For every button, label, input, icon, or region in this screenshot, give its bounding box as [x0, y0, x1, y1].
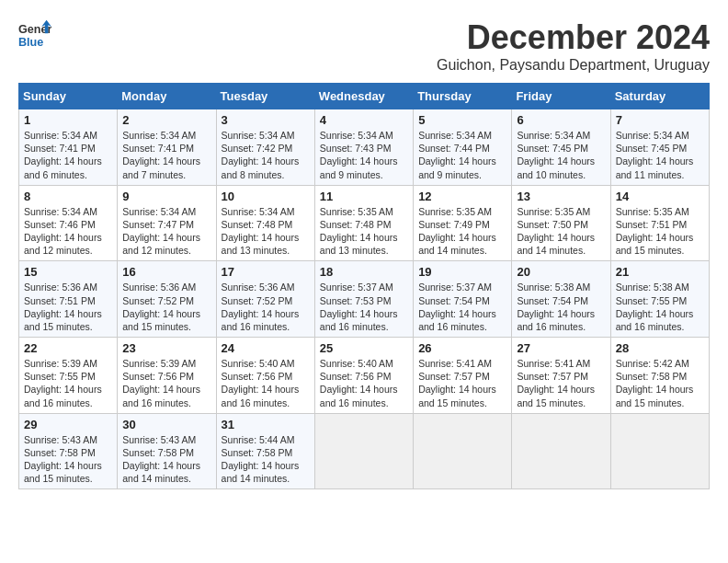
calendar-cell: 6 Sunrise: 5:34 AM Sunset: 7:45 PM Dayli… — [512, 109, 610, 186]
calendar-cell: 4 Sunrise: 5:34 AM Sunset: 7:43 PM Dayli… — [314, 109, 413, 186]
calendar-cell: 13 Sunrise: 5:35 AM Sunset: 7:50 PM Dayl… — [512, 185, 610, 261]
calendar-cell: 7 Sunrise: 5:34 AM Sunset: 7:45 PM Dayli… — [610, 109, 709, 186]
day-number: 28 — [616, 341, 704, 355]
day-info: Sunrise: 5:43 AM Sunset: 7:58 PM Dayligh… — [24, 433, 112, 486]
day-number: 1 — [24, 113, 112, 127]
calendar-cell — [314, 413, 413, 489]
day-info: Sunrise: 5:34 AM Sunset: 7:41 PM Dayligh… — [122, 129, 210, 181]
day-number: 20 — [517, 265, 605, 279]
day-info: Sunrise: 5:37 AM Sunset: 7:53 PM Dayligh… — [320, 281, 408, 333]
day-number: 10 — [222, 190, 310, 203]
calendar-cell: 21 Sunrise: 5:38 AM Sunset: 7:55 PM Dayl… — [610, 261, 709, 338]
logo: General Blue — [18, 18, 51, 52]
day-number: 6 — [517, 113, 605, 127]
day-number: 12 — [418, 190, 506, 203]
calendar-cell: 5 Sunrise: 5:34 AM Sunset: 7:44 PM Dayli… — [414, 109, 512, 186]
title-section: December 2024 Guichon, Paysandu Departme… — [437, 18, 710, 74]
day-info: Sunrise: 5:43 AM Sunset: 7:58 PM Dayligh… — [122, 433, 210, 486]
day-info: Sunrise: 5:41 AM Sunset: 7:57 PM Dayligh… — [517, 357, 605, 409]
header-friday: Friday — [512, 84, 610, 109]
day-number: 19 — [418, 265, 506, 279]
header-tuesday: Tuesday — [216, 84, 314, 109]
calendar-row: 15 Sunrise: 5:36 AM Sunset: 7:51 PM Dayl… — [19, 261, 710, 338]
day-number: 3 — [222, 113, 310, 127]
calendar-row: 8 Sunrise: 5:34 AM Sunset: 7:46 PM Dayli… — [19, 185, 710, 261]
calendar-cell: 2 Sunrise: 5:34 AM Sunset: 7:41 PM Dayli… — [118, 109, 216, 186]
day-info: Sunrise: 5:44 AM Sunset: 7:58 PM Dayligh… — [222, 433, 310, 486]
calendar-cell: 14 Sunrise: 5:35 AM Sunset: 7:51 PM Dayl… — [610, 185, 709, 261]
day-info: Sunrise: 5:34 AM Sunset: 7:45 PM Dayligh… — [517, 129, 605, 181]
day-number: 14 — [616, 190, 704, 203]
day-info: Sunrise: 5:40 AM Sunset: 7:56 PM Dayligh… — [320, 357, 408, 409]
day-number: 26 — [418, 341, 506, 355]
logo-icon: General Blue — [18, 18, 51, 52]
day-number: 4 — [320, 113, 408, 127]
day-info: Sunrise: 5:39 AM Sunset: 7:56 PM Dayligh… — [122, 357, 210, 409]
day-number: 9 — [122, 190, 210, 203]
day-info: Sunrise: 5:35 AM Sunset: 7:49 PM Dayligh… — [418, 205, 506, 258]
day-number: 16 — [122, 265, 210, 279]
day-number: 7 — [616, 113, 704, 127]
day-info: Sunrise: 5:36 AM Sunset: 7:52 PM Dayligh… — [122, 281, 210, 333]
day-number: 17 — [222, 265, 310, 279]
day-info: Sunrise: 5:34 AM Sunset: 7:41 PM Dayligh… — [24, 129, 112, 181]
day-number: 2 — [122, 113, 210, 127]
day-number: 24 — [222, 341, 310, 355]
header-wednesday: Wednesday — [314, 84, 413, 109]
calendar-cell: 19 Sunrise: 5:37 AM Sunset: 7:54 PM Dayl… — [414, 261, 512, 338]
day-number: 23 — [122, 341, 210, 355]
day-number: 27 — [517, 341, 605, 355]
day-info: Sunrise: 5:39 AM Sunset: 7:55 PM Dayligh… — [24, 357, 112, 409]
day-info: Sunrise: 5:34 AM Sunset: 7:43 PM Dayligh… — [320, 129, 408, 181]
day-info: Sunrise: 5:34 AM Sunset: 7:47 PM Dayligh… — [122, 205, 210, 258]
calendar-cell — [610, 413, 709, 489]
svg-text:Blue: Blue — [18, 36, 43, 49]
calendar-cell: 25 Sunrise: 5:40 AM Sunset: 7:56 PM Dayl… — [314, 338, 413, 414]
day-info: Sunrise: 5:35 AM Sunset: 7:48 PM Dayligh… — [320, 205, 408, 258]
calendar-cell: 20 Sunrise: 5:38 AM Sunset: 7:54 PM Dayl… — [512, 261, 610, 338]
day-info: Sunrise: 5:35 AM Sunset: 7:50 PM Dayligh… — [517, 205, 605, 258]
calendar-cell: 11 Sunrise: 5:35 AM Sunset: 7:48 PM Dayl… — [314, 185, 413, 261]
calendar-cell: 15 Sunrise: 5:36 AM Sunset: 7:51 PM Dayl… — [19, 261, 118, 338]
day-info: Sunrise: 5:35 AM Sunset: 7:51 PM Dayligh… — [616, 205, 704, 258]
day-info: Sunrise: 5:38 AM Sunset: 7:54 PM Dayligh… — [517, 281, 605, 333]
calendar-cell: 27 Sunrise: 5:41 AM Sunset: 7:57 PM Dayl… — [512, 338, 610, 414]
day-number: 11 — [320, 190, 408, 203]
day-number: 31 — [222, 418, 310, 431]
location-subtitle: Guichon, Paysandu Department, Uruguay — [437, 57, 710, 74]
header-sunday: Sunday — [19, 84, 118, 109]
header-saturday: Saturday — [610, 84, 709, 109]
calendar-cell: 30 Sunrise: 5:43 AM Sunset: 7:58 PM Dayl… — [118, 413, 216, 489]
calendar-header-row: Sunday Monday Tuesday Wednesday Thursday… — [19, 84, 710, 109]
header-monday: Monday — [118, 84, 216, 109]
day-number: 21 — [616, 265, 704, 279]
calendar-cell: 9 Sunrise: 5:34 AM Sunset: 7:47 PM Dayli… — [118, 185, 216, 261]
calendar-cell — [512, 413, 610, 489]
day-info: Sunrise: 5:42 AM Sunset: 7:58 PM Dayligh… — [616, 357, 704, 409]
day-info: Sunrise: 5:34 AM Sunset: 7:44 PM Dayligh… — [418, 129, 506, 181]
calendar-cell: 28 Sunrise: 5:42 AM Sunset: 7:58 PM Dayl… — [610, 338, 709, 414]
calendar-row: 22 Sunrise: 5:39 AM Sunset: 7:55 PM Dayl… — [19, 338, 710, 414]
calendar-cell: 24 Sunrise: 5:40 AM Sunset: 7:56 PM Dayl… — [216, 338, 314, 414]
calendar-cell: 23 Sunrise: 5:39 AM Sunset: 7:56 PM Dayl… — [118, 338, 216, 414]
calendar-cell: 22 Sunrise: 5:39 AM Sunset: 7:55 PM Dayl… — [19, 338, 118, 414]
page-header: General Blue December 2024 Guichon, Pays… — [18, 18, 710, 74]
day-info: Sunrise: 5:40 AM Sunset: 7:56 PM Dayligh… — [222, 357, 310, 409]
day-info: Sunrise: 5:34 AM Sunset: 7:48 PM Dayligh… — [222, 205, 310, 258]
calendar-cell: 16 Sunrise: 5:36 AM Sunset: 7:52 PM Dayl… — [118, 261, 216, 338]
calendar-cell: 12 Sunrise: 5:35 AM Sunset: 7:49 PM Dayl… — [414, 185, 512, 261]
day-number: 22 — [24, 341, 112, 355]
day-info: Sunrise: 5:34 AM Sunset: 7:46 PM Dayligh… — [24, 205, 112, 258]
day-info: Sunrise: 5:37 AM Sunset: 7:54 PM Dayligh… — [418, 281, 506, 333]
day-number: 5 — [418, 113, 506, 127]
day-number: 25 — [320, 341, 408, 355]
calendar-cell — [414, 413, 512, 489]
calendar-table: Sunday Monday Tuesday Wednesday Thursday… — [18, 83, 710, 489]
day-number: 15 — [24, 265, 112, 279]
day-number: 13 — [517, 190, 605, 203]
calendar-cell: 31 Sunrise: 5:44 AM Sunset: 7:58 PM Dayl… — [216, 413, 314, 489]
calendar-cell: 18 Sunrise: 5:37 AM Sunset: 7:53 PM Dayl… — [314, 261, 413, 338]
calendar-cell: 3 Sunrise: 5:34 AM Sunset: 7:42 PM Dayli… — [216, 109, 314, 186]
day-info: Sunrise: 5:34 AM Sunset: 7:42 PM Dayligh… — [222, 129, 310, 181]
day-number: 8 — [24, 190, 112, 203]
